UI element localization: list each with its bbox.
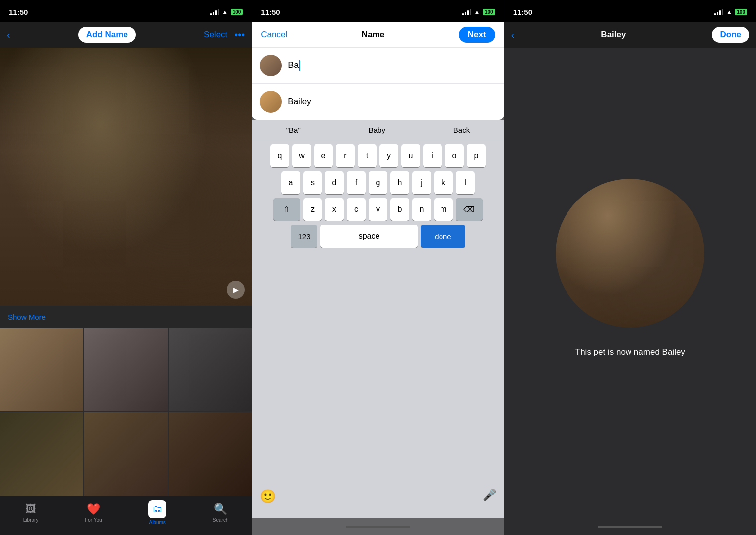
home-indicator-3: [504, 518, 756, 535]
main-photo-1: ▶: [0, 48, 252, 306]
signal-icon-2: [462, 9, 471, 15]
key-i[interactable]: i: [423, 144, 442, 167]
key-h[interactable]: h: [390, 171, 409, 194]
key-b[interactable]: b: [390, 198, 409, 221]
autocomplete-bar: "Ba" Baby Back: [252, 120, 504, 140]
status-bar-3: 11:50 ▲ 100: [504, 0, 756, 22]
battery-icon-3: 100: [735, 9, 747, 15]
key-j[interactable]: j: [412, 171, 431, 194]
key-c[interactable]: c: [347, 198, 366, 221]
more-button[interactable]: •••: [234, 29, 245, 41]
cancel-button[interactable]: Cancel: [261, 30, 287, 40]
panel3-title: Bailey: [601, 30, 626, 40]
key-d[interactable]: d: [325, 171, 344, 194]
key-w[interactable]: w: [292, 144, 311, 167]
key-r[interactable]: r: [336, 144, 355, 167]
key-done[interactable]: done: [421, 225, 465, 248]
key-p[interactable]: p: [467, 144, 486, 167]
key-s[interactable]: s: [303, 171, 322, 194]
nav-bar-3: ‹ Bailey Done: [504, 22, 756, 48]
search-dropdown: Ba Bailey: [252, 48, 504, 120]
search-avatar-inner: [260, 55, 282, 76]
grid-cell-3[interactable]: [169, 328, 252, 411]
key-shift[interactable]: ⇧: [273, 198, 300, 221]
key-z[interactable]: z: [303, 198, 322, 221]
signal-icon-1: [210, 9, 219, 15]
albums-icon-wrapper: 🗂: [148, 500, 166, 518]
pet-photo-circle: [556, 179, 704, 328]
key-k[interactable]: k: [434, 171, 453, 194]
panel3-main: This pet is now named Bailey: [504, 48, 756, 518]
panel-2: 11:50 ▲ 100 Cancel Name Next Ba: [252, 0, 504, 535]
emoji-button[interactable]: 🙂: [260, 489, 276, 504]
tab-albums[interactable]: 🗂 Albums: [148, 500, 166, 525]
key-y[interactable]: y: [379, 144, 398, 167]
key-q[interactable]: q: [270, 144, 289, 167]
key-row-4: 123 space done: [255, 225, 501, 248]
suggestion-row[interactable]: Bailey: [252, 84, 504, 120]
key-o[interactable]: o: [445, 144, 464, 167]
tab-library[interactable]: 🖼 Library: [23, 503, 39, 523]
key-g[interactable]: g: [369, 171, 387, 194]
key-delete[interactable]: ⌫: [456, 198, 483, 221]
key-t[interactable]: t: [358, 144, 377, 167]
battery-icon-1: 100: [231, 9, 243, 15]
autocomplete-2[interactable]: Baby: [363, 124, 391, 136]
back-button-3[interactable]: ‹: [511, 29, 515, 41]
select-button[interactable]: Select: [204, 30, 227, 40]
nav-right-btns-1: Select •••: [204, 29, 245, 41]
key-e[interactable]: e: [314, 144, 333, 167]
key-row-3: ⇧ z x c v b n m ⌫: [255, 198, 501, 221]
tab-for-you-label: For You: [85, 517, 102, 523]
tab-for-you[interactable]: ❤️ For You: [85, 503, 102, 523]
key-u[interactable]: u: [401, 144, 420, 167]
pet-photo-inner: [556, 179, 704, 328]
status-icons-2: ▲ 100: [462, 8, 495, 16]
nav-bar-1: ‹ Add Name Select •••: [0, 22, 252, 48]
for-you-icon: ❤️: [87, 503, 100, 516]
key-x[interactable]: x: [325, 198, 344, 221]
name-input[interactable]: Ba: [288, 60, 496, 71]
tab-search[interactable]: 🔍 Search: [213, 503, 229, 523]
grid-cell-6[interactable]: [169, 412, 252, 496]
key-m[interactable]: m: [434, 198, 453, 221]
photo-grid: [0, 328, 252, 496]
add-name-button[interactable]: Add Name: [78, 27, 136, 43]
typed-text: Ba: [288, 60, 299, 70]
home-bar-3: [598, 526, 662, 528]
autocomplete-3[interactable]: Back: [447, 124, 476, 136]
search-icon-tab: 🔍: [214, 503, 227, 516]
key-space[interactable]: space: [320, 225, 418, 248]
tab-library-label: Library: [23, 517, 39, 523]
status-icons-1: ▲ 100: [210, 8, 243, 16]
status-bar-1: 11:50 ▲ 100: [0, 0, 252, 22]
key-a[interactable]: a: [281, 171, 300, 194]
key-f[interactable]: f: [347, 171, 366, 194]
show-more-label[interactable]: Show More: [0, 306, 252, 328]
nav-bar-2: Cancel Name Next: [252, 22, 504, 48]
grid-cell-5[interactable]: [84, 412, 168, 496]
key-l[interactable]: l: [456, 171, 475, 194]
albums-icon: 🗂: [152, 503, 162, 515]
keyboard-bottom-bar: 🙂 🎤: [252, 484, 504, 518]
search-input-row[interactable]: Ba: [252, 48, 504, 84]
suggestion-avatar-inner: [260, 91, 282, 113]
mic-button[interactable]: 🎤: [483, 489, 496, 504]
signal-icon-3: [714, 9, 723, 15]
tab-bar-1: 🖼 Library ❤️ For You 🗂 Albums 🔍 Search: [0, 496, 252, 535]
next-button[interactable]: Next: [459, 27, 495, 43]
key-n[interactable]: n: [412, 198, 431, 221]
panel-1: 11:50 ▲ 100 ‹ Add Name Select ••• ▶ Show…: [0, 0, 252, 535]
grid-cell-4[interactable]: [0, 412, 83, 496]
key-numbers[interactable]: 123: [291, 225, 317, 248]
pet-name-text: This pet is now named Bailey: [575, 347, 685, 357]
done-button[interactable]: Done: [712, 27, 749, 43]
grid-cell-1[interactable]: [0, 328, 83, 411]
grid-cell-2[interactable]: [84, 328, 168, 411]
autocomplete-1[interactable]: "Ba": [280, 124, 307, 136]
back-button-1[interactable]: ‹: [7, 29, 10, 41]
wifi-icon-1: ▲: [222, 8, 228, 16]
key-v[interactable]: v: [369, 198, 387, 221]
keyboard-rows: q w e r t y u i o p a s d f g h j k: [252, 140, 504, 484]
tab-albums-label: Albums: [149, 520, 165, 525]
